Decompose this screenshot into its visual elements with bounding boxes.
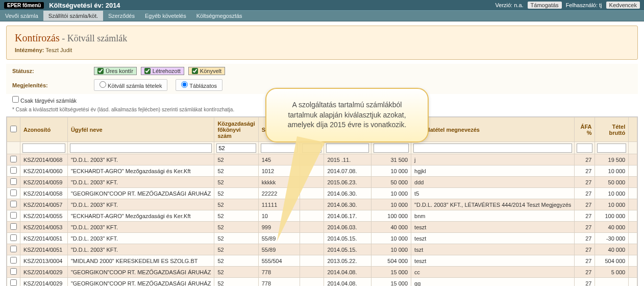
filter-d2[interactable] <box>326 144 369 153</box>
only-current-year-check[interactable] <box>12 96 19 103</box>
row-check[interactable] <box>10 167 17 174</box>
menu-szerzodes[interactable]: Szerződés <box>103 11 140 21</box>
col-id[interactable]: Azonosító <box>20 117 68 142</box>
page-header-panel: Kontírozás - Kötváll számlák Intézmény: … <box>6 26 638 60</box>
only-current-year[interactable]: Csak tárgyévi számlák <box>12 96 77 104</box>
filter-afa[interactable] <box>577 144 592 153</box>
support-button[interactable]: Támogatás <box>528 2 562 9</box>
cell-client: "MIDLAND 2000" KERESKEDELMI ES SZOLG.BT <box>67 255 214 267</box>
filter-desc[interactable] <box>413 144 572 153</box>
cell-d2: 2014.07.08. <box>324 165 371 177</box>
display-table-radio[interactable] <box>181 81 188 88</box>
row-check[interactable] <box>10 201 17 207</box>
col-fk[interactable]: Közgazdasági főkönyvi szám <box>214 117 258 142</box>
filter-num[interactable] <box>374 144 409 153</box>
status-chip-empty[interactable]: Üres kontír <box>94 67 137 75</box>
display-items-radio[interactable] <box>100 81 106 88</box>
table-row[interactable]: KSZ/2014/0060"ECKHARDT-AGRO" Mezőgazdasá… <box>7 165 637 177</box>
cell-desc: ddd <box>411 177 575 188</box>
cell-id: KSZ/2014/0055 <box>20 210 68 222</box>
cell-num: 15 000 <box>371 267 411 278</box>
table-row[interactable]: KSZ/2014/0055"ECKHARDT-AGRO" Mezőgazdasá… <box>7 210 637 222</box>
cell-id: KSZ/2013/0004 <box>20 255 68 267</box>
row-check[interactable] <box>10 234 17 241</box>
filter-szs[interactable] <box>261 144 298 153</box>
col-desc[interactable]: számlatétel megnevezés <box>411 117 575 142</box>
cell-desc: hgjkl <box>411 165 575 177</box>
table-row[interactable]: KSZ/2013/0004"MIDLAND 2000" KERESKEDELMI… <box>7 255 637 267</box>
cell-brutto <box>595 278 629 287</box>
status-chip-booked[interactable]: Könyvelt <box>188 67 225 75</box>
cell-id: KSZ/2014/0029 <box>20 267 68 278</box>
cell-d2: 2015 .11. <box>324 154 371 165</box>
row-check[interactable] <box>10 246 17 252</box>
status-check-created[interactable] <box>144 68 151 74</box>
status-chip-created[interactable]: Létrehozott <box>141 67 184 75</box>
filter-client[interactable] <box>70 144 212 153</box>
institution-line: Intézmény: Teszt Judit <box>15 47 629 53</box>
cell-client: "GEORGIKON"COOP RT. MEZŐGAZDASÁGI ÁRUHÁZ <box>67 188 214 199</box>
table-row[interactable]: KSZ/2014/0051"D.D.L. 2003" KFT.5255/8920… <box>7 244 637 255</box>
col-afa[interactable]: ÁFA % <box>575 117 595 142</box>
favorites-button[interactable]: Kedvencek <box>606 2 640 9</box>
cell-fk: 52 <box>214 278 258 287</box>
menu-vevo[interactable]: Vevői számla <box>0 11 43 21</box>
row-check[interactable] <box>10 279 17 286</box>
cell-brutto: 10 000 <box>595 165 629 177</box>
table-row[interactable]: KSZ/2014/0053"D.D.L. 2003" KFT.529992014… <box>7 222 637 233</box>
cell-brutto: 10 000 <box>595 188 629 199</box>
row-check[interactable] <box>10 156 17 162</box>
select-all-check[interactable] <box>10 126 17 132</box>
cell-fk: 52 <box>214 255 258 267</box>
cell-desc: gg <box>411 278 575 287</box>
display-table[interactable]: Táblázatos <box>176 79 222 91</box>
cell-brutto: 50 000 <box>595 177 629 188</box>
cell-client: "D.D.L. 2003" KFT. <box>67 154 214 165</box>
table-row[interactable]: KSZ/2014/0029"GEORGIKON"COOP RT. MEZŐGAZ… <box>7 267 637 278</box>
cell-id: KSZ/2014/0068 <box>20 154 68 165</box>
row-check[interactable] <box>10 223 17 230</box>
col-client[interactable]: Ügyfél neve <box>67 117 214 142</box>
row-check[interactable] <box>10 189 17 196</box>
cell-num: 100 000 <box>371 210 411 222</box>
cell-id: KSZ/2014/0059 <box>20 177 68 188</box>
help-callout: A szolgáltatás tartalmú számlákból tarta… <box>265 88 429 142</box>
display-label: Megjelenítés: <box>12 82 84 88</box>
cell-szs: 55/89 <box>258 244 300 255</box>
cell-id: KSZ/2014/0029 <box>20 278 68 287</box>
filter-fk[interactable] <box>216 144 256 153</box>
cell-num: 50 000 <box>371 177 411 188</box>
menu-koltseg[interactable]: Költségmegosztás <box>191 11 247 21</box>
menu-egyeb[interactable]: Egyéb követelés <box>140 11 191 21</box>
row-check[interactable] <box>10 268 17 275</box>
topbar: EPER főmenü Költségvetési év: 2014 Verzi… <box>0 0 644 10</box>
cell-client: "D.D.L. 2003" KFT. <box>67 244 214 255</box>
display-items[interactable]: Kötváll számla tételek <box>94 79 167 91</box>
cell-desc: teszt <box>411 222 575 233</box>
status-check-booked[interactable] <box>192 68 198 74</box>
filter-id[interactable] <box>22 144 65 153</box>
app-brand[interactable]: EPER főmenü <box>4 2 44 9</box>
cell-szs: 555/504 <box>258 255 300 267</box>
cell-d1 <box>300 267 324 278</box>
table-row[interactable]: KSZ/2014/0058"GEORGIKON"COOP RT. MEZŐGAZ… <box>7 188 637 199</box>
col-brutto[interactable]: Tétel bruttó <box>595 117 629 142</box>
cell-d2: 2014.06.30. <box>324 199 371 210</box>
cell-id: KSZ/2014/0060 <box>20 165 68 177</box>
row-check[interactable] <box>10 178 17 185</box>
cell-fk: 52 <box>214 210 258 222</box>
table-row[interactable]: KSZ/2014/0051"D.D.L. 2003" KFT.5255/8920… <box>7 233 637 244</box>
cell-num: 31 500 <box>371 154 411 165</box>
cell-d2: 2014.06.03. <box>324 222 371 233</box>
cell-afa: 27 <box>575 222 595 233</box>
cell-client: "ECKHARDT-AGRO" Mezőgazdasági és Ker.Kft <box>67 210 214 222</box>
menu-szallito[interactable]: Szállítói számla/köt. <box>43 11 103 21</box>
row-check[interactable] <box>10 212 17 219</box>
row-check[interactable] <box>10 257 17 264</box>
status-check-empty[interactable] <box>97 68 104 74</box>
filter-brutto[interactable] <box>597 144 626 153</box>
cell-num: 10 000 <box>371 165 411 177</box>
table-row[interactable]: KSZ/2014/0057"D.D.L. 2003" KFT.521111120… <box>7 199 637 210</box>
table-row[interactable]: KSZ/2014/0059"D.D.L. 2003" KFT.52kkkkk20… <box>7 177 637 188</box>
table-row[interactable]: KSZ/2014/0029"GEORGIKON"COOP RT. MEZŐGAZ… <box>7 278 637 287</box>
